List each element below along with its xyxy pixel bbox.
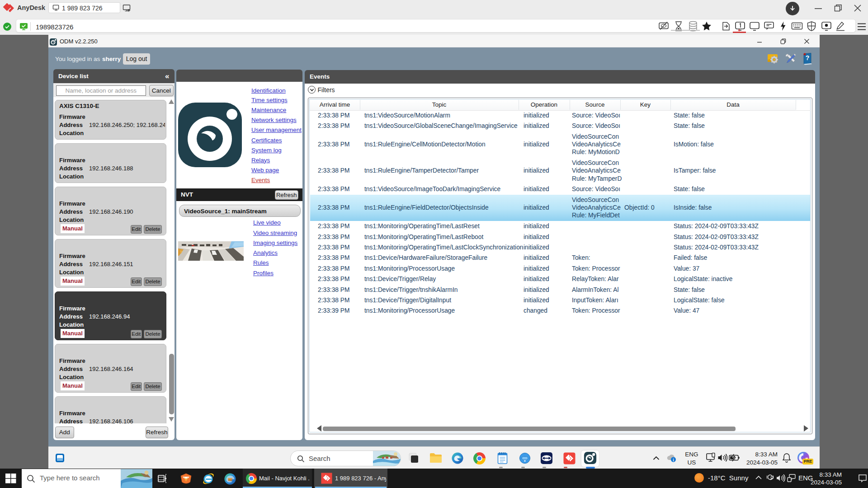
svg-text:i: i: [673, 458, 674, 462]
